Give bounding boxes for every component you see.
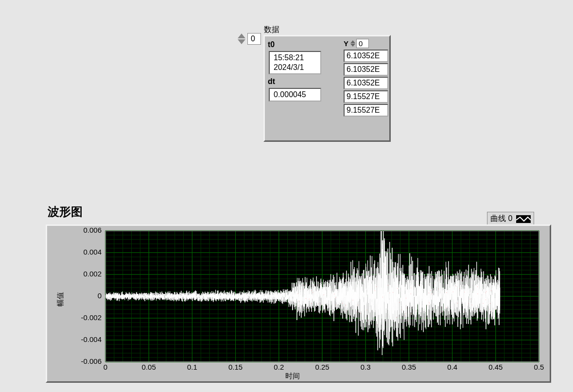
y-array: 6.10352E6.10352E6.10352E9.15527E9.15527E xyxy=(344,50,388,117)
y-axis-label: 幅值 xyxy=(56,292,65,307)
graph-legend[interactable]: 曲线 0 xyxy=(487,212,534,226)
graph-title: 波形图 xyxy=(48,204,83,220)
y-index-value[interactable]: 0 xyxy=(356,39,369,48)
legend-label: 曲线 0 xyxy=(490,214,512,224)
data-cluster-label: 数据 xyxy=(264,25,279,35)
dt-value[interactable]: 0.000045 xyxy=(269,88,321,102)
t0-time: 15:58:21 xyxy=(274,53,316,63)
arrow-up-icon[interactable] xyxy=(350,40,355,43)
y-array-cell[interactable]: 6.10352E xyxy=(344,50,388,62)
cluster-index-spinner[interactable]: 0 xyxy=(238,33,261,45)
legend-line-icon xyxy=(516,215,531,223)
arrow-down-icon[interactable] xyxy=(350,44,355,47)
y-array-label: Y xyxy=(344,39,348,48)
cluster-index-arrows[interactable] xyxy=(238,34,245,44)
y-array-cell[interactable]: 6.10352E xyxy=(344,63,388,76)
arrow-up-icon[interactable] xyxy=(238,34,245,38)
x-axis-label: 时间 xyxy=(285,372,300,381)
y-array-cell[interactable]: 9.15527E xyxy=(344,104,388,117)
t0-date: 2024/3/1 xyxy=(274,63,316,72)
graph-plot-area[interactable] xyxy=(47,226,547,378)
y-array-cell[interactable]: 9.15527E xyxy=(344,90,388,103)
t0-value[interactable]: 15:58:21 2024/3/1 xyxy=(269,51,321,74)
y-index-arrows[interactable] xyxy=(350,40,355,47)
waveform-graph[interactable]: 幅值 时间 xyxy=(46,224,551,383)
y-array-cell[interactable]: 6.10352E xyxy=(344,77,388,89)
arrow-down-icon[interactable] xyxy=(238,39,245,44)
cluster-index-value[interactable]: 0 xyxy=(247,33,261,45)
data-cluster: t0 15:58:21 2024/3/1 dt 0.000045 Y 0 6.1… xyxy=(263,35,391,142)
